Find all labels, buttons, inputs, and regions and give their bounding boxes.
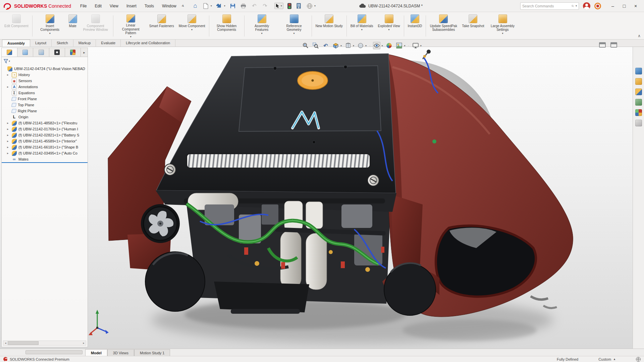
tree-item[interactable]: ▸ Mates <box>2 156 88 162</box>
ribbon-button[interactable]: Update SpeedPak Subassemblies <box>427 13 460 39</box>
display-style-icon[interactable] <box>357 42 364 49</box>
expand-arrow-icon[interactable]: ▸ <box>7 127 10 131</box>
ribbon-button[interactable]: Instant3D <box>406 13 425 39</box>
menu-item[interactable]: Edit <box>94 3 102 9</box>
pane-layout-icon[interactable] <box>610 42 617 48</box>
tree-item[interactable]: ▸ (f) UBW-21141-66181<1> ("Shape B <box>2 144 88 150</box>
expand-arrow-icon[interactable]: ▸ <box>7 121 10 125</box>
hide-show-caret-icon[interactable]: ▾ <box>381 44 383 47</box>
tree-item[interactable]: ▸ (f) UBW-21142-03495<1> ("Auto Co <box>2 150 88 156</box>
select-tool-button[interactable]: ▾ <box>274 3 283 9</box>
expand-arrow-icon[interactable]: ▸ <box>7 73 10 76</box>
ribbon-button[interactable]: Exploded View ▾ <box>376 13 402 39</box>
panel-horizontal-scrollbar[interactable]: ◂ ▸ <box>3 341 86 346</box>
display-manager-tab[interactable] <box>65 48 81 57</box>
menu-item[interactable]: Tools <box>144 3 154 9</box>
select-tool-caret-icon[interactable]: ▾ <box>281 4 282 7</box>
open-document-caret-icon[interactable]: ▾ <box>224 4 225 7</box>
filter-caret-icon[interactable]: ▾ <box>9 60 10 63</box>
pin-menu-icon[interactable]: ➤ <box>180 3 185 9</box>
ribbon-button[interactable]: Take Snapshot <box>460 13 486 39</box>
command-tab[interactable]: Layout <box>30 40 52 47</box>
tree-item[interactable]: ▸ Equations <box>2 90 88 96</box>
dropdown-caret-icon[interactable]: ▾ <box>388 28 390 31</box>
ribbon-button[interactable]: Mate <box>66 13 79 39</box>
tree-item[interactable]: ▸ Front Plane <box>2 96 88 102</box>
tree-item[interactable]: ▸ Origin <box>2 114 88 120</box>
ribbon-button[interactable]: Smart Fasteners <box>147 13 176 39</box>
dimxpert-manager-tab[interactable] <box>49 48 65 57</box>
maximize-button[interactable]: □ <box>619 2 629 10</box>
minimize-button[interactable]: – <box>608 2 618 10</box>
ribbon-button[interactable]: Assembly Features ▾ <box>246 13 278 39</box>
organization-icon[interactable] <box>296 3 302 9</box>
dropdown-caret-icon[interactable]: ▾ <box>130 35 131 38</box>
property-manager-tab[interactable] <box>17 48 33 57</box>
section-view-icon[interactable] <box>332 42 339 49</box>
custom-properties-icon[interactable] <box>635 120 642 126</box>
scroll-right-icon[interactable]: ▸ <box>82 341 86 345</box>
new-document-caret-icon[interactable]: ▾ <box>211 4 212 7</box>
ribbon-button[interactable]: Edit Component <box>2 13 31 39</box>
search-icon[interactable] <box>572 4 574 8</box>
dropdown-caret-icon[interactable]: ▾ <box>361 28 363 31</box>
scroll-left-icon[interactable]: ◂ <box>3 341 8 345</box>
3d-space-icon[interactable] <box>306 3 313 9</box>
split-pane-icon[interactable] <box>599 42 606 48</box>
3dexperience-home-icon[interactable] <box>635 68 642 74</box>
edit-appearance-icon[interactable] <box>385 42 393 49</box>
view-settings-icon[interactable] <box>412 42 419 49</box>
search-commands-box[interactable]: ▾ <box>520 2 579 10</box>
view-palette-icon[interactable] <box>635 99 642 106</box>
display-style-caret-icon[interactable]: ▾ <box>365 44 367 47</box>
apply-scene-icon[interactable] <box>395 42 403 49</box>
dropdown-caret-icon[interactable]: ▾ <box>191 28 193 31</box>
filter-funnel-icon[interactable] <box>4 59 8 63</box>
section-view-caret-icon[interactable]: ▾ <box>340 44 342 47</box>
menu-item[interactable]: Window <box>162 3 177 9</box>
view-orientation-caret-icon[interactable]: ▾ <box>353 44 354 47</box>
bottom-scrollbar[interactable] <box>25 350 83 354</box>
model-view-tab[interactable]: Model <box>85 349 107 356</box>
tree-item[interactable]: ▸ Annotations <box>2 84 88 90</box>
feature-manager-tab[interactable] <box>2 48 17 57</box>
close-button[interactable]: × <box>631 2 641 10</box>
dropdown-caret-icon[interactable]: ▾ <box>293 32 295 35</box>
ribbon-button[interactable]: Large Assembly Settings ▾ <box>487 13 519 39</box>
menu-item[interactable]: Insert <box>126 3 137 9</box>
view-settings-caret-icon[interactable]: ▾ <box>420 44 422 47</box>
command-tab[interactable]: Markup <box>73 40 96 47</box>
model-view-tab[interactable]: 3D Views <box>107 349 134 356</box>
zoom-to-fit-icon[interactable] <box>302 42 309 49</box>
menu-item[interactable]: View <box>109 3 119 9</box>
save-icon[interactable] <box>229 3 236 9</box>
model-view-tab[interactable]: Motion Study 1 <box>134 349 170 356</box>
home-icon[interactable]: ⌂ <box>192 3 199 9</box>
3d-space-caret-icon[interactable]: ▾ <box>314 4 316 7</box>
ribbon-button[interactable]: Linear Component Pattern ▾ <box>115 13 147 39</box>
configuration-manager-tab[interactable] <box>33 48 49 57</box>
print-icon[interactable] <box>240 3 247 9</box>
tree-item[interactable]: ▸ History <box>2 72 88 78</box>
appearances-scenes-icon[interactable] <box>635 109 642 116</box>
design-library-icon[interactable] <box>635 78 642 85</box>
expand-arrow-icon[interactable]: ▸ <box>7 152 10 155</box>
ribbon-button[interactable]: Reference Geometry ▾ <box>278 13 310 39</box>
tree-item[interactable]: ▸ UBW-21142-04724 ("U-Boat Vision NEBAD <box>2 66 88 72</box>
status-lights-icon[interactable] <box>287 3 291 9</box>
scroll-thumb[interactable] <box>8 341 39 345</box>
ribbon-button[interactable]: Show Hidden Components <box>211 13 243 39</box>
configuration-selector[interactable]: Custom ▲ <box>598 357 616 361</box>
help-compass-icon[interactable] <box>594 3 601 9</box>
graphics-viewport[interactable] <box>0 47 644 349</box>
tree-item[interactable]: ▸ (f) UBW-21141-45589<1> ("Interior" <box>2 138 88 144</box>
ribbon-button[interactable]: Bill of Materials ▾ <box>348 13 376 39</box>
undo-icon[interactable]: ↶ <box>251 3 258 9</box>
previous-view-icon[interactable]: ↶ <box>322 42 329 49</box>
expand-arrow-icon[interactable]: ▸ <box>7 145 10 149</box>
command-tab[interactable]: Assembly <box>2 40 30 47</box>
hide-show-items-icon[interactable] <box>373 42 380 49</box>
expand-arrow-icon[interactable]: ▸ <box>7 85 10 88</box>
tree-item[interactable]: ▸ Right Plane <box>2 108 88 114</box>
command-tab[interactable]: Sketch <box>52 40 73 47</box>
